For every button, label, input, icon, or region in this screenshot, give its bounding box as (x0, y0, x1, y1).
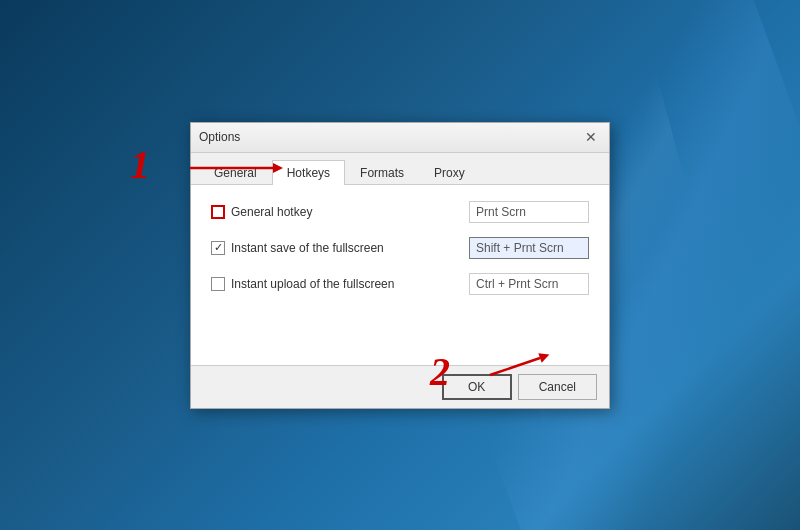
hotkey-input-instant-save[interactable] (469, 237, 589, 259)
checkbox-instant-save[interactable] (211, 241, 225, 255)
tab-proxy[interactable]: Proxy (419, 160, 480, 185)
cancel-button[interactable]: Cancel (518, 374, 597, 400)
option-left-instant-upload: Instant upload of the fullscreen (211, 277, 394, 291)
close-button[interactable]: ✕ (581, 127, 601, 147)
tab-bar: General Hotkeys Formats Proxy (191, 153, 609, 185)
hotkey-input-general[interactable] (469, 201, 589, 223)
options-dialog: Options ✕ General Hotkeys Formats Proxy … (190, 122, 610, 409)
ok-button[interactable]: OK (442, 374, 512, 400)
dialog-content: General hotkey Instant save of the fulls… (191, 185, 609, 365)
option-row-instant-save: Instant save of the fullscreen (211, 237, 589, 259)
label-instant-save: Instant save of the fullscreen (231, 241, 384, 255)
dialog-overlay: Options ✕ General Hotkeys Formats Proxy … (0, 0, 800, 530)
tab-hotkeys[interactable]: Hotkeys (272, 160, 345, 185)
option-left-general-hotkey: General hotkey (211, 205, 312, 219)
label-general-hotkey: General hotkey (231, 205, 312, 219)
dialog-title: Options (199, 130, 240, 144)
title-bar: Options ✕ (191, 123, 609, 153)
checkbox-instant-upload[interactable] (211, 277, 225, 291)
hotkey-input-instant-upload[interactable] (469, 273, 589, 295)
option-row-instant-upload: Instant upload of the fullscreen (211, 273, 589, 295)
option-left-instant-save: Instant save of the fullscreen (211, 241, 384, 255)
dialog-footer: OK Cancel (191, 365, 609, 408)
tab-general[interactable]: General (199, 160, 272, 185)
label-instant-upload: Instant upload of the fullscreen (231, 277, 394, 291)
checkbox-general-hotkey[interactable] (211, 205, 225, 219)
option-row-general-hotkey: General hotkey (211, 201, 589, 223)
tab-formats[interactable]: Formats (345, 160, 419, 185)
